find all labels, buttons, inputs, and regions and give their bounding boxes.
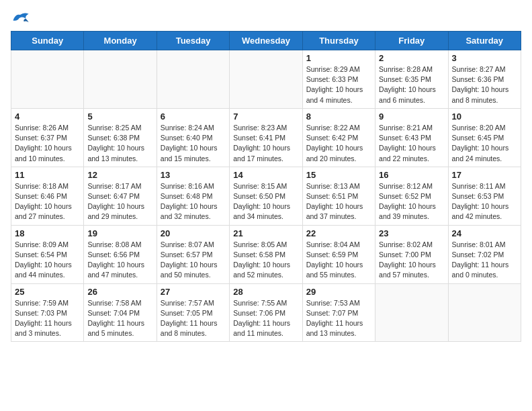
cell-info: Sunrise: 8:24 AM Sunset: 6:40 PM Dayligh… [161,123,226,164]
calendar-table: SundayMondayTuesdayWednesdayThursdayFrid… [11,31,521,342]
cal-cell: 21Sunrise: 8:05 AM Sunset: 6:58 PM Dayli… [230,225,302,283]
cal-cell: 3Sunrise: 8:27 AM Sunset: 6:36 PM Daylig… [448,50,521,109]
cell-info: Sunrise: 7:53 AM Sunset: 7:07 PM Dayligh… [306,298,371,339]
cal-cell [230,50,302,109]
cell-info: Sunrise: 8:08 AM Sunset: 6:56 PM Dayligh… [87,240,152,281]
cal-cell: 13Sunrise: 8:16 AM Sunset: 6:48 PM Dayli… [157,167,229,225]
logo-bird-icon [11,11,30,26]
cell-info: Sunrise: 8:18 AM Sunset: 6:46 PM Dayligh… [15,181,80,222]
cal-cell: 23Sunrise: 8:02 AM Sunset: 7:00 PM Dayli… [375,225,448,283]
cell-info: Sunrise: 8:01 AM Sunset: 7:02 PM Dayligh… [452,240,517,281]
cell-info: Sunrise: 7:58 AM Sunset: 7:04 PM Dayligh… [87,298,152,339]
weekday-header-saturday: Saturday [448,32,521,50]
cal-cell [11,50,84,109]
cell-info: Sunrise: 8:11 AM Sunset: 6:53 PM Dayligh… [452,181,517,222]
cell-info: Sunrise: 8:21 AM Sunset: 6:43 PM Dayligh… [379,123,444,164]
cal-cell: 14Sunrise: 8:15 AM Sunset: 6:50 PM Dayli… [230,167,302,225]
day-number: 11 [15,170,80,180]
cal-cell: 4Sunrise: 8:26 AM Sunset: 6:37 PM Daylig… [11,108,84,167]
day-number: 18 [15,228,80,238]
day-number: 5 [87,111,152,122]
cell-info: Sunrise: 8:15 AM Sunset: 6:50 PM Dayligh… [233,181,298,222]
header [11,11,521,26]
day-number: 6 [161,111,226,122]
cal-cell: 9Sunrise: 8:21 AM Sunset: 6:43 PM Daylig… [375,108,448,167]
cal-cell: 16Sunrise: 8:12 AM Sunset: 6:52 PM Dayli… [375,167,448,225]
cell-info: Sunrise: 7:59 AM Sunset: 7:03 PM Dayligh… [15,298,80,339]
cell-info: Sunrise: 8:05 AM Sunset: 6:58 PM Dayligh… [233,240,298,281]
cal-cell: 7Sunrise: 8:23 AM Sunset: 6:41 PM Daylig… [230,108,302,167]
day-number: 13 [161,170,226,180]
cell-info: Sunrise: 8:16 AM Sunset: 6:48 PM Dayligh… [161,181,226,222]
cell-info: Sunrise: 8:02 AM Sunset: 7:00 PM Dayligh… [379,240,444,281]
day-number: 3 [452,53,517,63]
day-number: 9 [379,111,444,122]
day-number: 8 [306,111,371,122]
cal-cell: 2Sunrise: 8:28 AM Sunset: 6:35 PM Daylig… [375,50,448,109]
cal-cell: 6Sunrise: 8:24 AM Sunset: 6:40 PM Daylig… [157,108,229,167]
day-number: 15 [306,170,371,180]
cal-cell: 29Sunrise: 7:53 AM Sunset: 7:07 PM Dayli… [302,283,375,342]
cell-info: Sunrise: 8:25 AM Sunset: 6:38 PM Dayligh… [87,123,152,164]
day-number: 23 [379,228,444,238]
cal-cell: 26Sunrise: 7:58 AM Sunset: 7:04 PM Dayli… [84,283,157,342]
cal-cell: 22Sunrise: 8:04 AM Sunset: 6:59 PM Dayli… [302,225,375,283]
day-number: 19 [87,228,152,238]
cal-cell [448,283,521,342]
day-number: 25 [15,287,80,297]
cal-cell [157,50,229,109]
cal-cell: 17Sunrise: 8:11 AM Sunset: 6:53 PM Dayli… [448,167,521,225]
weekday-header-monday: Monday [84,32,157,50]
cal-cell: 11Sunrise: 8:18 AM Sunset: 6:46 PM Dayli… [11,167,84,225]
day-number: 1 [306,53,371,63]
cal-cell: 8Sunrise: 8:22 AM Sunset: 6:42 PM Daylig… [302,108,375,167]
cell-info: Sunrise: 8:17 AM Sunset: 6:47 PM Dayligh… [87,181,152,222]
cal-cell: 27Sunrise: 7:57 AM Sunset: 7:05 PM Dayli… [157,283,229,342]
day-number: 10 [452,111,517,122]
day-number: 24 [452,228,517,238]
day-number: 28 [233,287,298,297]
day-number: 26 [87,287,152,297]
weekday-header-tuesday: Tuesday [157,32,229,50]
day-number: 2 [379,53,444,63]
cal-cell: 25Sunrise: 7:59 AM Sunset: 7:03 PM Dayli… [11,283,84,342]
cell-info: Sunrise: 8:29 AM Sunset: 6:33 PM Dayligh… [306,64,371,105]
weekday-header-thursday: Thursday [302,32,375,50]
day-number: 20 [161,228,226,238]
cal-cell [375,283,448,342]
cell-info: Sunrise: 8:09 AM Sunset: 6:54 PM Dayligh… [15,240,80,281]
cal-cell [84,50,157,109]
cell-info: Sunrise: 8:27 AM Sunset: 6:36 PM Dayligh… [452,64,517,105]
cell-info: Sunrise: 8:22 AM Sunset: 6:42 PM Dayligh… [306,123,371,164]
cal-cell: 19Sunrise: 8:08 AM Sunset: 6:56 PM Dayli… [84,225,157,283]
logo [11,11,31,26]
cell-info: Sunrise: 8:26 AM Sunset: 6:37 PM Dayligh… [15,123,80,164]
day-number: 17 [452,170,517,180]
weekday-header-wednesday: Wednesday [230,32,302,50]
cal-cell: 10Sunrise: 8:20 AM Sunset: 6:45 PM Dayli… [448,108,521,167]
cell-info: Sunrise: 8:20 AM Sunset: 6:45 PM Dayligh… [452,123,517,164]
weekday-header-sunday: Sunday [11,32,84,50]
day-number: 16 [379,170,444,180]
cell-info: Sunrise: 8:04 AM Sunset: 6:59 PM Dayligh… [306,240,371,281]
cell-info: Sunrise: 8:23 AM Sunset: 6:41 PM Dayligh… [233,123,298,164]
cal-cell: 5Sunrise: 8:25 AM Sunset: 6:38 PM Daylig… [84,108,157,167]
day-number: 22 [306,228,371,238]
day-number: 7 [233,111,298,122]
cell-info: Sunrise: 7:57 AM Sunset: 7:05 PM Dayligh… [161,298,226,339]
weekday-header-friday: Friday [375,32,448,50]
day-number: 4 [15,111,80,122]
cell-info: Sunrise: 8:07 AM Sunset: 6:57 PM Dayligh… [161,240,226,281]
cell-info: Sunrise: 8:12 AM Sunset: 6:52 PM Dayligh… [379,181,444,222]
day-number: 14 [233,170,298,180]
day-number: 27 [161,287,226,297]
day-number: 21 [233,228,298,238]
cell-info: Sunrise: 8:28 AM Sunset: 6:35 PM Dayligh… [379,64,444,105]
cell-info: Sunrise: 7:55 AM Sunset: 7:06 PM Dayligh… [233,298,298,339]
day-number: 29 [306,287,371,297]
cal-cell: 12Sunrise: 8:17 AM Sunset: 6:47 PM Dayli… [84,167,157,225]
cal-cell: 20Sunrise: 8:07 AM Sunset: 6:57 PM Dayli… [157,225,229,283]
cal-cell: 1Sunrise: 8:29 AM Sunset: 6:33 PM Daylig… [302,50,375,109]
cal-cell: 28Sunrise: 7:55 AM Sunset: 7:06 PM Dayli… [230,283,302,342]
cal-cell: 15Sunrise: 8:13 AM Sunset: 6:51 PM Dayli… [302,167,375,225]
